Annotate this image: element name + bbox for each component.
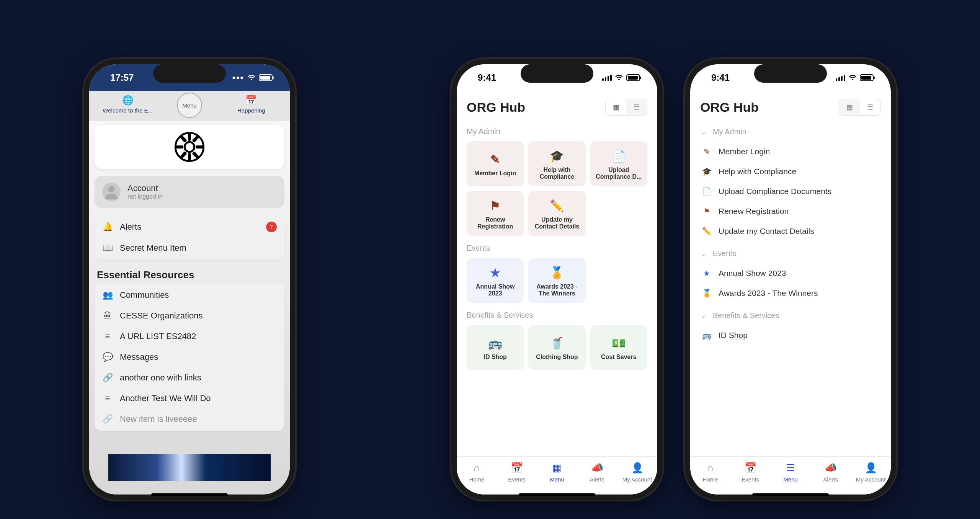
section-admin[interactable]: ⌄My Admin	[700, 127, 881, 136]
list-item[interactable]: 💬Messages	[95, 347, 284, 367]
tile-member-login[interactable]: ✎Member Login	[467, 141, 524, 186]
nav-happening[interactable]: 📅 Happening	[220, 95, 282, 118]
edit-icon: ✏️	[550, 199, 564, 212]
row-awards[interactable]: 🏅Awards 2023 - The Winners	[700, 283, 881, 303]
list-item[interactable]: 🔗another one with links	[95, 367, 284, 388]
menu-button[interactable]: Menu	[177, 93, 202, 118]
calendar-icon: 📅	[735, 462, 766, 474]
tab-bar: ⌂Home 📅Events ☰Menu 📣Alerts 👤My Account	[690, 456, 891, 495]
home-icon: ⌂	[695, 462, 725, 474]
main-scroll[interactable]: Account not logged in 🔔 Alerts 7 📖 Secre…	[89, 121, 290, 495]
tab-menu[interactable]: ▦Menu	[542, 462, 572, 483]
hub-header: ORG Hub ▦ ☰	[457, 91, 657, 119]
home-indicator	[519, 493, 595, 496]
alerts-row[interactable]: 🔔 Alerts 7	[95, 216, 284, 238]
row-id-shop[interactable]: 🚌ID Shop	[700, 325, 881, 345]
list-item[interactable]: 🔗New item is liveeeee	[95, 409, 284, 429]
tab-events[interactable]: 📅Events	[501, 462, 532, 483]
pencil-icon: ✎	[490, 152, 500, 166]
phone-3: 9:41 ORG Hub ▦ ☰ ⌄My Admin ✎Member Login…	[683, 57, 898, 501]
section-events[interactable]: ⌄Events	[700, 249, 881, 258]
row-annual-show[interactable]: ★Annual Show 2023	[700, 263, 881, 283]
tile-clothing-shop[interactable]: 🥤Clothing Shop	[528, 325, 585, 370]
list-view-button[interactable]: ☰	[626, 99, 647, 115]
resources-header: Essential Resources	[95, 265, 284, 283]
account-card[interactable]: Account not logged in	[95, 176, 284, 208]
status-indicators	[602, 74, 640, 81]
graduation-icon: 🎓	[550, 149, 564, 163]
copy-icon: 📄	[702, 187, 712, 196]
tab-alerts[interactable]: 📣Alerts	[582, 462, 612, 483]
screen-2: 9:41 ORG Hub ▦ ☰ My Admin ✎Member Login	[457, 64, 657, 495]
calendar-icon: 📅	[501, 462, 532, 474]
tab-account[interactable]: 👤My Account	[622, 462, 653, 483]
list-item[interactable]: 👥Communities	[95, 285, 284, 305]
chevron-down-icon: ⌄	[700, 249, 707, 258]
screen-3: 9:41 ORG Hub ▦ ☰ ⌄My Admin ✎Member Login…	[690, 64, 891, 495]
alerts-badge: 7	[266, 222, 277, 232]
user-icon: 👤	[622, 462, 653, 474]
signal-icon	[836, 75, 845, 81]
grid-icon: ▦	[542, 462, 572, 474]
medal-icon: 🏅	[702, 289, 712, 298]
row-update-contact[interactable]: ✏️Update my Contact Details	[700, 221, 881, 241]
row-member-login[interactable]: ✎Member Login	[700, 142, 881, 162]
star-icon: ★	[490, 266, 500, 279]
screen-1: 17:57 ••• 🌐 Welcome to the E... Menu 📅 H…	[89, 64, 290, 495]
tile-id-shop[interactable]: 🚌ID Shop	[467, 325, 524, 370]
status-time: 17:57	[110, 72, 134, 83]
hub-body[interactable]: ⌄My Admin ✎Member Login 🎓Help with Compl…	[690, 119, 891, 456]
list-item[interactable]: ≡Another Test We Will Do	[95, 388, 284, 409]
grid-view-button[interactable]: ▦	[606, 99, 626, 115]
tile-annual-show[interactable]: ★Annual Show 2023	[467, 258, 524, 303]
book-icon: 📖	[102, 243, 113, 253]
device-notch	[754, 64, 827, 83]
signal-icon	[602, 75, 612, 81]
flag-icon: ⚑	[490, 199, 500, 212]
tab-events[interactable]: 📅Events	[735, 462, 766, 483]
row-renew-registration[interactable]: ⚑Renew Registration	[700, 201, 881, 221]
home-indicator	[151, 493, 228, 496]
list-icon: ≡	[102, 393, 113, 403]
status-time: 9:41	[478, 72, 496, 83]
list-view-button[interactable]: ☰	[860, 99, 880, 115]
svg-point-2	[108, 186, 115, 193]
tab-home[interactable]: ⌂Home	[695, 462, 725, 483]
tab-menu[interactable]: ☰Menu	[775, 462, 806, 483]
secret-menu-row[interactable]: 📖 Secret Menu Item	[95, 238, 284, 258]
tab-alerts[interactable]: 📣Alerts	[815, 462, 846, 483]
tab-bar: ⌂Home 📅Events ▦Menu 📣Alerts 👤My Account	[457, 456, 657, 495]
top-nav: 🌐 Welcome to the E... Menu 📅 Happening	[89, 91, 290, 121]
hub-header: ORG Hub ▦ ☰	[690, 91, 891, 119]
tab-account[interactable]: 👤My Account	[856, 462, 886, 483]
list-icon: ☰	[634, 103, 640, 111]
hub-body[interactable]: My Admin ✎Member Login 🎓Help with Compli…	[457, 119, 657, 456]
device-notch	[153, 64, 226, 83]
megaphone-icon: 📣	[815, 462, 846, 474]
link-icon: 🔗	[102, 373, 113, 383]
tile-compliance-help[interactable]: 🎓Help with Compliance	[528, 141, 585, 186]
device-notch	[521, 64, 593, 83]
section-benefits[interactable]: ⌄Benefits & Services	[700, 311, 881, 320]
nav-welcome[interactable]: 🌐 Welcome to the E...	[97, 95, 158, 118]
tile-upload-compliance[interactable]: 📄Upload Compliance D...	[590, 141, 647, 186]
tile-renew-registration[interactable]: ⚑Renew Registration	[467, 191, 524, 236]
list-item[interactable]: ≡A URL LIST ES2482	[95, 326, 284, 347]
globe-icon: 🌐	[97, 95, 158, 106]
avatar-icon	[102, 183, 121, 201]
tile-awards[interactable]: 🏅Awards 2023 - The Winners	[528, 258, 585, 303]
section-benefits: Benefits & Services	[467, 311, 647, 320]
view-toggle: ▦ ☰	[605, 99, 647, 116]
nav-menu[interactable]: Menu	[158, 95, 220, 118]
tile-cost-savers[interactable]: 💵Cost Savers	[590, 325, 647, 370]
tab-home[interactable]: ⌂Home	[461, 462, 492, 483]
page-title: ORG Hub	[700, 100, 759, 115]
section-admin: My Admin	[467, 127, 647, 136]
row-upload-compliance[interactable]: 📄Upload Compliance Documents	[700, 181, 881, 201]
row-compliance-help[interactable]: 🎓Help with Compliance	[700, 162, 881, 181]
list-item[interactable]: 🏛CESSE Organizations	[95, 305, 284, 326]
tile-update-contact[interactable]: ✏️Update my Contact Details	[528, 191, 585, 236]
bus-icon: 🚌	[488, 336, 502, 350]
grid-view-button[interactable]: ▦	[839, 99, 860, 115]
star-icon: ★	[702, 269, 712, 278]
